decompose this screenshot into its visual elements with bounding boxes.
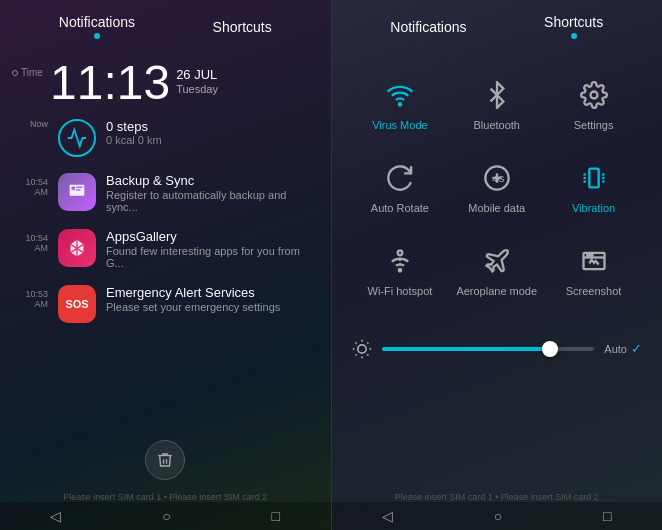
shortcut-mobile-data[interactable]: 4G Mobile data — [448, 146, 545, 229]
appsgallery-notification[interactable]: 10:54AM AppsGallery Found few interestin… — [0, 221, 331, 277]
svg-line-30 — [367, 354, 368, 355]
emergency-icon: SOS — [58, 285, 96, 323]
svg-line-34 — [367, 342, 368, 343]
clock-date: 26 JUL Tuesday — [176, 59, 218, 95]
virus-mode-label: Virus Mode — [372, 119, 427, 132]
appsgallery-time: 10:54AM — [10, 229, 48, 253]
left-home-button[interactable]: ○ — [152, 504, 180, 528]
rotate-icon — [382, 160, 418, 196]
wifi-icon — [382, 77, 418, 113]
svg-point-25 — [590, 255, 592, 257]
screenshot-icon — [576, 243, 612, 279]
svg-rect-14 — [589, 169, 598, 188]
emergency-desc: Please set your emergency settings — [106, 301, 321, 313]
emergency-content: Emergency Alert Services Please set your… — [106, 285, 321, 313]
left-panel: Notifications Shortcuts Time 11:13 26 JU… — [0, 0, 331, 530]
right-header-tabs: Notifications Shortcuts — [332, 0, 663, 53]
shortcut-screenshot[interactable]: Screenshot — [545, 229, 642, 312]
svg-point-26 — [357, 344, 365, 352]
auto-label: Auto — [604, 343, 627, 355]
shortcut-vibration[interactable]: Vibration — [545, 146, 642, 229]
steps-time: Now — [10, 119, 48, 129]
shortcut-virus-mode[interactable]: Virus Mode — [352, 63, 449, 146]
time-label: Time — [12, 59, 50, 78]
backup-notification[interactable]: 10:54AM Backup & Sync Register to automa… — [0, 165, 331, 221]
shortcut-wifi-hotspot[interactable]: Wi-Fi hotspot — [352, 229, 449, 312]
mobile-data-label: Mobile data — [468, 202, 525, 215]
clock-display: 11:13 26 JUL Tuesday — [50, 59, 218, 107]
screenshot-label: Screenshot — [566, 285, 622, 298]
svg-line-29 — [355, 342, 356, 343]
right-back-button[interactable]: ◁ — [372, 504, 403, 528]
left-nav-bar: ◁ ○ □ — [0, 502, 331, 530]
steps-title: 0 steps — [106, 119, 321, 134]
bluetooth-label: Bluetooth — [474, 119, 520, 132]
delete-button[interactable] — [145, 440, 185, 480]
svg-text:4G: 4G — [492, 174, 504, 184]
backup-title: Backup & Sync — [106, 173, 321, 188]
shortcut-aeroplane-mode[interactable]: Aeroplane mode — [448, 229, 545, 312]
delete-button-area — [145, 440, 185, 480]
svg-rect-1 — [72, 187, 76, 191]
right-tab-shortcuts[interactable]: Shortcuts — [544, 14, 603, 43]
settings-icon — [576, 77, 612, 113]
auto-check-icon: ✓ — [631, 341, 642, 356]
left-header-tabs: Notifications Shortcuts — [0, 0, 331, 53]
svg-point-9 — [590, 92, 597, 99]
vibration-icon — [576, 160, 612, 196]
emergency-time: 10:53AM — [10, 285, 48, 309]
hotspot-icon — [382, 243, 418, 279]
backup-icon — [58, 173, 96, 211]
date-weekday: Tuesday — [176, 83, 218, 95]
right-sim-info: Please insert SIM card 1 • Please insert… — [332, 492, 663, 502]
steps-notification[interactable]: Now 0 steps 0 kcal 0 km — [0, 111, 331, 165]
clock-time: 11:13 — [50, 59, 170, 107]
left-tab-shortcuts[interactable]: Shortcuts — [213, 19, 272, 39]
wifi-hotspot-label: Wi-Fi hotspot — [368, 285, 433, 298]
svg-rect-3 — [76, 189, 81, 190]
steps-content: 0 steps 0 kcal 0 km — [106, 119, 321, 146]
time-dot-icon — [12, 70, 18, 76]
svg-point-24 — [587, 255, 589, 257]
appsgallery-title: AppsGallery — [106, 229, 321, 244]
brightness-icon — [352, 339, 372, 359]
brightness-thumb[interactable] — [542, 341, 558, 357]
left-recent-button[interactable]: □ — [262, 504, 290, 528]
left-sim-info: Please insert SIM card 1 • Please insert… — [0, 492, 331, 502]
brightness-bar[interactable] — [382, 347, 595, 351]
backup-desc: Register to automatically backup and syn… — [106, 189, 321, 213]
right-tab-notifications[interactable]: Notifications — [390, 19, 466, 39]
right-nav-bar: ◁ ○ □ — [332, 502, 663, 530]
svg-rect-2 — [76, 187, 82, 188]
brightness-auto[interactable]: Auto ✓ — [604, 341, 642, 356]
svg-point-8 — [399, 103, 401, 105]
right-home-button[interactable]: ○ — [484, 504, 512, 528]
brightness-fill — [382, 347, 552, 351]
health-icon — [58, 119, 96, 157]
emergency-notification[interactable]: 10:53AM SOS Emergency Alert Services Ple… — [0, 277, 331, 331]
shortcut-bluetooth[interactable]: Bluetooth — [448, 63, 545, 146]
shortcut-auto-rotate[interactable]: Auto Rotate — [352, 146, 449, 229]
left-back-button[interactable]: ◁ — [40, 504, 71, 528]
airplane-icon — [479, 243, 515, 279]
left-tab-notifications[interactable]: Notifications — [59, 14, 135, 43]
brightness-section: Auto ✓ — [332, 323, 663, 375]
appsgallery-content: AppsGallery Found few interesting apps f… — [106, 229, 321, 269]
auto-rotate-label: Auto Rotate — [371, 202, 429, 215]
appsgallery-icon — [58, 229, 96, 267]
bluetooth-icon — [479, 77, 515, 113]
steps-meta: 0 kcal 0 km — [106, 134, 321, 146]
mobile-data-icon: 4G — [479, 160, 515, 196]
vibration-label: Vibration — [572, 202, 615, 215]
right-panel: Notifications Shortcuts Virus Mode — [332, 0, 663, 530]
backup-time: 10:54AM — [10, 173, 48, 197]
right-recent-button[interactable]: □ — [593, 504, 621, 528]
shortcuts-grid: Virus Mode Bluetooth Settings — [332, 53, 663, 323]
aeroplane-mode-label: Aeroplane mode — [456, 285, 537, 298]
svg-line-33 — [355, 354, 356, 355]
appsgallery-desc: Found few interesting apps for you from … — [106, 245, 321, 269]
clock-section: Time 11:13 26 JUL Tuesday — [0, 53, 331, 111]
date-day: 26 JUL — [176, 67, 218, 83]
emergency-title: Emergency Alert Services — [106, 285, 321, 300]
shortcut-settings[interactable]: Settings — [545, 63, 642, 146]
